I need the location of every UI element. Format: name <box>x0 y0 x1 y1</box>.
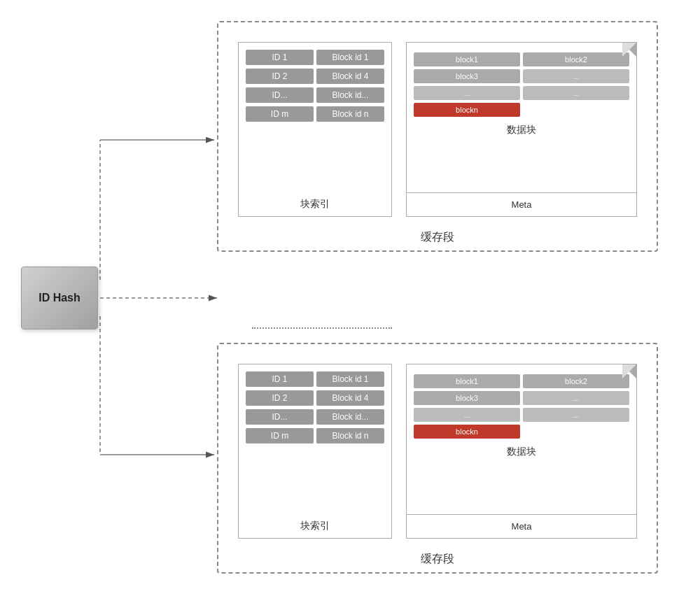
index-row-2-bottom: ID 2 Block id 4 <box>246 390 384 406</box>
meta-bar-bottom: Meta <box>407 514 636 538</box>
index-cell-block-1-bottom: Block id 1 <box>316 371 384 387</box>
block-cell-empty-top <box>523 103 629 117</box>
index-cell-id-1-bottom: ID 1 <box>246 371 314 387</box>
index-table-top: ID 1 Block id 1 ID 2 Block id 4 ID... Bl… <box>238 42 392 217</box>
data-blocks-inner-top: block1 block2 block3 ... ... ... blockn … <box>407 43 636 216</box>
fold-corner-top <box>622 43 636 57</box>
block-cell-n-bottom: blockn <box>414 425 520 439</box>
meta-bar-top: Meta <box>407 192 636 216</box>
index-row-1-top: ID 1 Block id 1 <box>246 50 384 65</box>
index-cell-id-3-top: ID... <box>246 87 314 103</box>
index-cell-block-3-top: Block id... <box>316 87 384 103</box>
block-cell-dots3-bottom: ... <box>523 408 629 422</box>
id-hash-label: ID Hash <box>38 292 80 304</box>
diagram-container: ID Hash 缓存段 ID 1 Block id 1 ID 2 Block i… <box>0 0 700 596</box>
data-blocks-bottom: block1 block2 block3 ... ... ... blockn … <box>406 364 637 539</box>
index-cell-block-4-top: Block id n <box>316 106 384 122</box>
index-cell-block-2-top: Block id 4 <box>316 69 384 84</box>
segment-bottom-label: 缓存段 <box>421 552 454 567</box>
index-table-bottom: ID 1 Block id 1 ID 2 Block id 4 ID... Bl… <box>238 364 392 539</box>
index-cell-block-1-top: Block id 1 <box>316 50 384 65</box>
index-row-1-bottom: ID 1 Block id 1 <box>246 371 384 387</box>
block-cell-1-bottom: block1 <box>414 374 520 388</box>
index-row-3-top: ID... Block id... <box>246 87 384 103</box>
index-row-2-top: ID 2 Block id 4 <box>246 69 384 84</box>
index-cell-id-1-top: ID 1 <box>246 50 314 65</box>
id-hash-box: ID Hash <box>21 267 98 329</box>
index-top-label: 块索引 <box>300 198 330 211</box>
index-cell-id-3-bottom: ID... <box>246 409 314 425</box>
index-bottom-label: 块索引 <box>300 520 330 532</box>
block-cell-empty-bottom <box>523 425 629 439</box>
data-blocks-top-label: 数据块 <box>407 124 636 164</box>
dotted-separator <box>252 327 392 329</box>
index-cell-id-2-top: ID 2 <box>246 69 314 84</box>
block-cell-dots1-bottom: ... <box>523 391 629 405</box>
block-cell-2-bottom: block2 <box>523 374 629 388</box>
index-cell-block-4-bottom: Block id n <box>316 428 384 444</box>
block-cell-3-bottom: block3 <box>414 391 520 405</box>
block-grid-top: block1 block2 block3 ... ... ... blockn <box>407 43 636 124</box>
block-cell-n-top: blockn <box>414 103 520 117</box>
index-row-4-top: ID m Block id n <box>246 106 384 122</box>
block-cell-dots2-bottom: ... <box>414 408 520 422</box>
block-cell-dots3-top: ... <box>523 86 629 100</box>
index-cell-id-4-top: ID m <box>246 106 314 122</box>
block-cell-3-top: block3 <box>414 69 520 83</box>
index-row-4-bottom: ID m Block id n <box>246 428 384 444</box>
block-cell-1-top: block1 <box>414 52 520 66</box>
meta-label-top: Meta <box>512 199 532 210</box>
index-row-3-bottom: ID... Block id... <box>246 409 384 425</box>
data-blocks-top: block1 block2 block3 ... ... ... blockn … <box>406 42 637 217</box>
meta-label-bottom: Meta <box>512 521 532 532</box>
index-cell-id-4-bottom: ID m <box>246 428 314 444</box>
data-blocks-inner-bottom: block1 block2 block3 ... ... ... blockn … <box>407 364 636 538</box>
index-cell-id-2-bottom: ID 2 <box>246 390 314 406</box>
block-grid-bottom: block1 block2 block3 ... ... ... blockn <box>407 364 636 446</box>
index-cell-block-3-bottom: Block id... <box>316 409 384 425</box>
block-cell-2-top: block2 <box>523 52 629 66</box>
block-cell-dots2-top: ... <box>414 86 520 100</box>
block-cell-dots1-top: ... <box>523 69 629 83</box>
data-blocks-bottom-label: 数据块 <box>407 446 636 486</box>
index-cell-block-2-bottom: Block id 4 <box>316 390 384 406</box>
fold-corner-bottom <box>622 364 636 378</box>
segment-top-label: 缓存段 <box>421 230 454 245</box>
